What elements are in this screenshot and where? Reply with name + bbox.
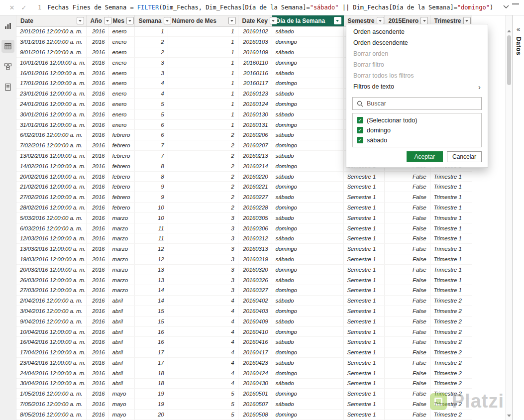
cell[interactable]: domingo: [272, 264, 343, 275]
cell[interactable]: Trimestre 1: [430, 254, 472, 265]
formula-expand-chevron-icon[interactable]: [503, 5, 509, 9]
cell[interactable]: Trimestre 1: [430, 285, 472, 296]
column-filter-button[interactable]: [104, 17, 111, 24]
cell[interactable]: domingo: [272, 389, 343, 399]
cell[interactable]: 2016: [86, 151, 108, 161]
scrollbar-thumb[interactable]: [507, 35, 511, 85]
cell[interactable]: 2016: [86, 161, 108, 171]
cell[interactable]: Trimestre 2: [430, 316, 472, 326]
cell[interactable]: domingo: [272, 347, 343, 358]
cell[interactable]: 2/01/2016 12:00:00 a. m.: [16, 26, 86, 37]
cell[interactable]: False: [384, 212, 430, 223]
cell[interactable]: 2016: [86, 212, 108, 223]
cell[interactable]: 9: [134, 182, 168, 192]
cell[interactable]: 20160507: [238, 399, 272, 410]
cell[interactable]: enero: [108, 57, 134, 68]
cell[interactable]: 3: [168, 212, 238, 223]
cell[interactable]: enero: [108, 109, 134, 119]
filter-option[interactable]: ✓domingo: [357, 126, 477, 134]
checkbox-checked-icon[interactable]: ✓: [357, 137, 363, 143]
cell[interactable]: sábado: [272, 151, 343, 161]
cell[interactable]: 2016: [86, 119, 108, 130]
cell[interactable]: 1: [168, 47, 238, 58]
cell[interactable]: Trimestre 2: [430, 409, 472, 420]
cell[interactable]: 20160402: [238, 296, 272, 306]
cell[interactable]: False: [384, 182, 430, 192]
cell[interactable]: Semestre 1: [343, 409, 384, 420]
cell[interactable]: 9/01/2016 12:00:00 a. m.: [16, 47, 86, 58]
cell[interactable]: 1: [168, 109, 238, 119]
cell[interactable]: 1: [168, 89, 238, 99]
cell[interactable]: False: [384, 296, 430, 306]
cell[interactable]: 1: [168, 78, 238, 89]
cell[interactable]: 20160102: [238, 26, 272, 37]
cell[interactable]: Semestre 1: [343, 285, 384, 296]
cell[interactable]: 2: [168, 182, 238, 192]
cell[interactable]: Trimestre 2: [430, 378, 472, 389]
cell[interactable]: sábado: [272, 275, 343, 285]
cell[interactable]: 20160228: [238, 203, 272, 213]
cell[interactable]: domingo: [272, 161, 343, 171]
cell[interactable]: 20160213: [238, 151, 272, 161]
cell[interactable]: Trimestre 2: [430, 326, 472, 337]
cell[interactable]: 6/03/2016 12:00:00 a. m.: [16, 223, 86, 233]
cell[interactable]: 20160423: [238, 358, 272, 368]
cell[interactable]: 2016: [86, 358, 108, 368]
cell[interactable]: sábado: [272, 89, 343, 99]
cell[interactable]: Semestre 1: [343, 378, 384, 389]
cell[interactable]: 20160110: [238, 57, 272, 68]
cell[interactable]: 18: [134, 378, 168, 389]
cell[interactable]: domingo: [272, 326, 343, 337]
cell[interactable]: Trimestre 1: [430, 171, 472, 182]
filter-option[interactable]: ✓(Seleccionar todo): [357, 116, 477, 124]
cell[interactable]: 27/03/2016 12:00:00 a. m.: [16, 285, 86, 296]
cell[interactable]: False: [384, 254, 430, 265]
cell[interactable]: 2016: [86, 203, 108, 213]
cell[interactable]: 3/04/2016 12:00:00 a. m.: [16, 306, 86, 316]
cell[interactable]: sábado: [272, 171, 343, 182]
cell[interactable]: Trimestre 1: [430, 275, 472, 285]
cell[interactable]: abril: [108, 337, 134, 347]
cell[interactable]: Semestre 1: [343, 358, 384, 368]
cell[interactable]: Semestre 1: [343, 171, 384, 182]
cell[interactable]: 2016: [86, 316, 108, 326]
cell[interactable]: febrero: [108, 161, 134, 171]
cell[interactable]: Semestre 1: [343, 296, 384, 306]
cell[interactable]: 20160116: [238, 68, 272, 78]
cell[interactable]: 4: [168, 368, 238, 378]
cell[interactable]: 2/04/2016 12:00:00 a. m.: [16, 296, 86, 306]
cell[interactable]: Semestre 1: [343, 203, 384, 213]
cell[interactable]: 2016: [86, 244, 108, 254]
cell[interactable]: abril: [108, 296, 134, 306]
checkbox-checked-icon[interactable]: ✓: [357, 117, 363, 123]
cell[interactable]: False: [384, 409, 430, 420]
filter-search-box[interactable]: [352, 97, 482, 110]
cell[interactable]: 1: [168, 57, 238, 68]
cell[interactable]: Semestre 1: [343, 244, 384, 254]
cell[interactable]: Trimestre 1: [430, 192, 472, 203]
cell[interactable]: 13/03/2016 12:00:00 a. m.: [16, 244, 86, 254]
formula-input[interactable]: Fechas Fines de Semana = FILTER(Dim_Fech…: [47, 4, 524, 11]
cell[interactable]: febrero: [108, 130, 134, 140]
cell[interactable]: 20160312: [238, 233, 272, 244]
cell[interactable]: 20160313: [238, 244, 272, 254]
cell[interactable]: 10/01/2016 12:00:00 a. m.: [16, 57, 86, 68]
cell[interactable]: 4: [168, 326, 238, 337]
cell[interactable]: 20160123: [238, 89, 272, 99]
cell[interactable]: 4: [168, 296, 238, 306]
cell[interactable]: febrero: [108, 151, 134, 161]
cell[interactable]: domingo: [272, 306, 343, 316]
cell[interactable]: 2016: [86, 285, 108, 296]
cell[interactable]: Semestre 1: [343, 306, 384, 316]
cell[interactable]: 12: [134, 244, 168, 254]
cell[interactable]: 3: [168, 223, 238, 233]
cell[interactable]: False: [384, 306, 430, 316]
cell[interactable]: 20160131: [238, 119, 272, 130]
cell[interactable]: 1: [168, 99, 238, 109]
cell[interactable]: mayo: [108, 409, 134, 420]
cell[interactable]: 16: [134, 326, 168, 337]
cell[interactable]: 31/01/2016 12:00:00 a. m.: [16, 119, 86, 130]
cell[interactable]: domingo: [272, 223, 343, 233]
cell[interactable]: Semestre 1: [343, 326, 384, 337]
cell[interactable]: False: [384, 326, 430, 337]
